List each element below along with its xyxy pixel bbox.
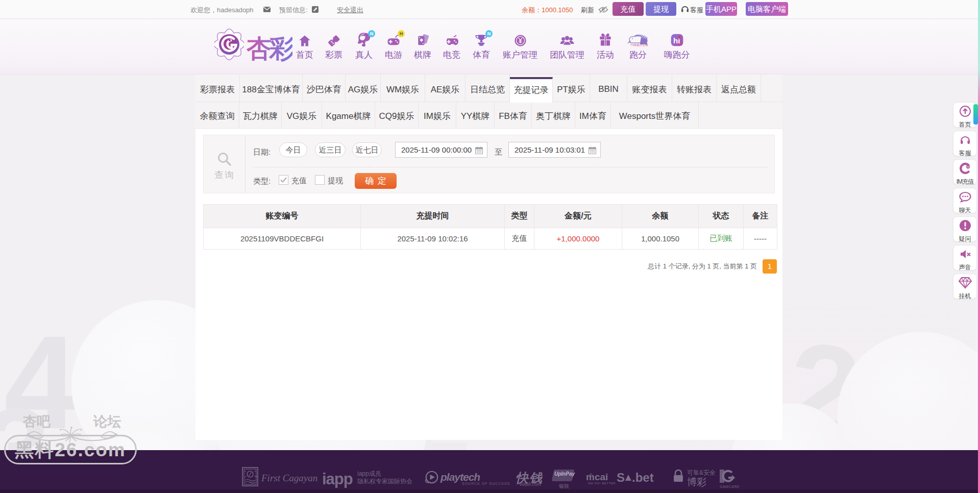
- svg-text:T.ME跑分官网: T.ME跑分官网: [630, 43, 648, 47]
